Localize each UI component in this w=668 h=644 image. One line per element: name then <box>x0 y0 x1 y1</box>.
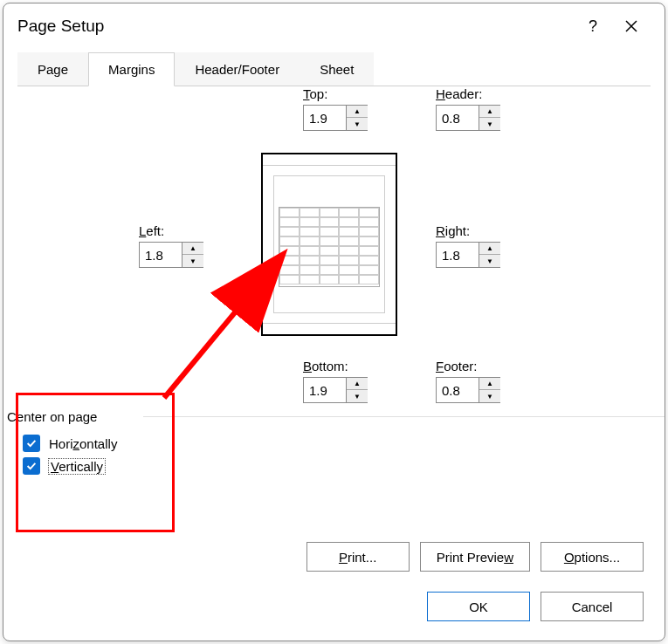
top-spinner[interactable]: ▲▼ <box>303 105 368 131</box>
right-spin-up[interactable]: ▲ <box>479 243 500 255</box>
check-icon <box>25 460 38 472</box>
header-spin-down[interactable]: ▼ <box>479 118 500 130</box>
right-spinner[interactable]: ▲▼ <box>436 242 500 268</box>
bottom-spinner[interactable]: ▲▼ <box>303 377 368 403</box>
check-icon <box>25 437 38 449</box>
options-button[interactable]: Options... <box>541 542 644 572</box>
header-label: Header: <box>436 86 500 101</box>
footer-input[interactable] <box>437 378 479 402</box>
footer-spin-up[interactable]: ▲ <box>479 378 500 390</box>
print-button[interactable]: Print... <box>306 542 410 572</box>
tab-bar: Page Margins Header/Footer Sheet <box>17 52 651 86</box>
margins-panel: Top: ▲▼ Header: ▲▼ Left: ▲▼ Right: <box>3 86 665 575</box>
footer-spin-down[interactable]: ▼ <box>479 390 500 402</box>
tab-header-footer[interactable]: Header/Footer <box>175 52 300 86</box>
horizontally-checkbox[interactable] <box>23 435 40 452</box>
header-input[interactable] <box>437 106 479 130</box>
footer-spinner[interactable]: ▲▼ <box>436 377 500 403</box>
bottom-input[interactable] <box>304 378 346 402</box>
left-spin-up[interactable]: ▲ <box>182 243 203 255</box>
footer-label: Footer: <box>436 359 500 373</box>
horizontally-label: Horizontally <box>49 436 117 451</box>
page-setup-dialog: Page Setup ? Page Margins Header/Footer … <box>3 3 665 641</box>
header-spinner[interactable]: ▲▼ <box>436 105 500 131</box>
top-spin-down[interactable]: ▼ <box>347 118 368 130</box>
close-button[interactable] <box>612 12 651 40</box>
preview-grid <box>279 207 380 287</box>
print-preview-button[interactable]: Print Preview <box>420 542 530 572</box>
tab-margins[interactable]: Margins <box>88 52 175 86</box>
bottom-spin-down[interactable]: ▼ <box>347 390 368 402</box>
bottom-spin-up[interactable]: ▲ <box>347 378 368 390</box>
left-label: Left: <box>139 223 203 238</box>
top-label: Top: <box>303 86 368 101</box>
right-spin-down[interactable]: ▼ <box>479 255 500 267</box>
bottom-label: Bottom: <box>303 359 368 373</box>
left-spin-down[interactable]: ▼ <box>182 255 203 267</box>
action-buttons: Print... Print Preview Options... <box>306 542 644 572</box>
left-input[interactable] <box>140 243 182 267</box>
help-button[interactable]: ? <box>574 12 612 40</box>
ok-button[interactable]: OK <box>427 592 530 621</box>
left-spinner[interactable]: ▲▼ <box>139 242 203 268</box>
center-on-page-legend: Center on page <box>7 409 321 424</box>
tab-sheet[interactable]: Sheet <box>300 52 374 86</box>
titlebar: Page Setup ? <box>3 3 665 49</box>
dialog-buttons: OK Cancel <box>427 592 644 621</box>
dialog-title: Page Setup <box>17 17 574 36</box>
page-preview <box>261 153 397 336</box>
right-label: Right: <box>436 223 500 238</box>
center-on-page-group: Center on page Horizontally Vertically <box>7 409 321 480</box>
close-icon <box>624 19 638 33</box>
top-input[interactable] <box>304 106 346 130</box>
cancel-button[interactable]: Cancel <box>541 592 644 621</box>
header-spin-up[interactable]: ▲ <box>479 106 500 118</box>
tab-page[interactable]: Page <box>17 52 88 86</box>
top-spin-up[interactable]: ▲ <box>347 106 368 118</box>
vertically-label: Vertically <box>49 459 105 474</box>
right-input[interactable] <box>437 243 479 267</box>
vertically-checkbox[interactable] <box>23 457 40 475</box>
